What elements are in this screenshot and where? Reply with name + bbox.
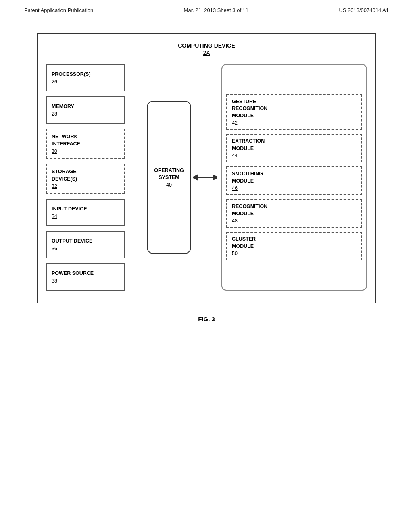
module-label-44: EXTRACTIONMODULE (232, 138, 357, 152)
middle-column: OPERATINGSYSTEM 40 (145, 64, 193, 291)
header-right: US 2013/0074014 A1 (339, 7, 389, 13)
component-label-36: OUTPUT DEVICE (52, 238, 119, 245)
module-num-50: 50 (232, 251, 357, 256)
component-box-32: STORAGEDEVICE(S)32 (46, 164, 125, 194)
component-label-30: NETWORKINTERFACE (52, 133, 119, 148)
component-label-32: STORAGEDEVICE(S) (52, 168, 119, 183)
header-left: Patent Application Publication (24, 7, 93, 13)
module-box-50: CLUSTERMODULE50 (226, 232, 362, 260)
component-num-32: 32 (52, 183, 119, 189)
component-num-26: 26 (52, 79, 119, 85)
component-label-28: MEMORY (52, 103, 119, 110)
module-box-48: RECOGNITIONMODULE48 (226, 199, 362, 228)
module-box-44: EXTRACTIONMODULE44 (226, 134, 362, 162)
page-header: Patent Application Publication Mar. 21, … (0, 0, 413, 17)
module-num-46: 46 (232, 185, 357, 191)
component-label-26: PROCESSOR(S) (52, 71, 119, 78)
component-label-38: POWER SOURCE (52, 270, 119, 277)
os-box: OPERATINGSYSTEM 40 (147, 101, 191, 254)
component-num-30: 30 (52, 148, 119, 154)
left-column: PROCESSOR(S)26MEMORY28NETWORKINTERFACE30… (46, 64, 125, 291)
connector-svg-left (125, 64, 145, 291)
diagram-title-num: 2A (46, 50, 367, 56)
left-connectors (125, 64, 145, 291)
component-box-28: MEMORY28 (46, 96, 125, 124)
module-num-48: 48 (232, 218, 357, 224)
figure-caption: FIG. 3 (198, 316, 215, 322)
component-num-36: 36 (52, 246, 119, 251)
component-num-28: 28 (52, 111, 119, 117)
module-num-44: 44 (232, 153, 357, 158)
os-num: 40 (166, 182, 172, 188)
module-label-46: SMOOTHINGMODULE (232, 170, 357, 185)
component-num-38: 38 (52, 278, 119, 284)
module-num-42: 42 (232, 120, 357, 126)
module-box-42: GESTURERECOGNITIONMODULE42 (226, 94, 362, 130)
component-box-36: OUTPUT DEVICE36 (46, 231, 125, 258)
module-label-50: CLUSTERMODULE (232, 236, 357, 250)
component-box-34: INPUT DEVICE34 (46, 199, 125, 226)
diagram-outer-box: COMPUTING DEVICE 2A PROCESSOR(S)26MEMORY… (37, 33, 376, 303)
right-connectors (193, 64, 217, 291)
os-label: OPERATINGSYSTEM (154, 167, 184, 181)
main-content: COMPUTING DEVICE 2A PROCESSOR(S)26MEMORY… (0, 17, 413, 322)
diagram-title: COMPUTING DEVICE (46, 42, 367, 49)
header-center: Mar. 21, 2013 Sheet 3 of 11 (184, 7, 248, 13)
component-box-30: NETWORKINTERFACE30 (46, 129, 125, 159)
component-num-34: 34 (52, 214, 119, 219)
module-box-46: SMOOTHINGMODULE46 (226, 166, 362, 195)
component-box-38: POWER SOURCE38 (46, 263, 125, 291)
connector-svg-right (193, 165, 217, 189)
module-label-42: GESTURERECOGNITIONMODULE (232, 98, 357, 120)
component-label-34: INPUT DEVICE (52, 206, 119, 213)
component-box-26: PROCESSOR(S)26 (46, 64, 125, 91)
right-column: GESTURERECOGNITIONMODULE42EXTRACTIONMODU… (221, 64, 367, 291)
module-label-48: RECOGNITIONMODULE (232, 203, 357, 217)
